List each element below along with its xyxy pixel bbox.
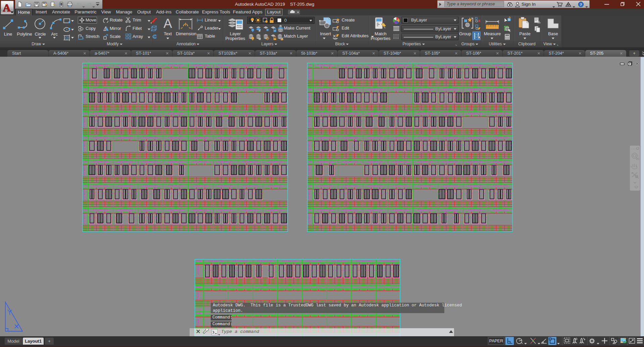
- svg-text:C.208 (300 x 700): C.208 (300 x 700): [257, 260, 272, 262]
- svg-text:C.253 (300 x 700): C.253 (300 x 700): [343, 209, 358, 211]
- svg-text:FOTOGRAFIA: FOTOGRAFIA: [84, 117, 85, 127]
- svg-text:FOTOGRAFIA: FOTOGRAFIA: [84, 213, 85, 223]
- svg-text:C.205 (300 x 700): C.205 (300 x 700): [193, 64, 208, 66]
- svg-text:FOTOGRAFIA: FOTOGRAFIA: [308, 141, 310, 151]
- svg-text:TYPE: TYPE: [83, 185, 88, 187]
- svg-text:C.226 (300 x 700): C.226 (300 x 700): [118, 136, 133, 138]
- svg-text:C.247 (300 x 700): C.247 (300 x 700): [393, 185, 408, 187]
- svg-text:C.248 (300 x 700): C.248 (300 x 700): [418, 185, 433, 187]
- svg-text:C.256 (300 x 700): C.256 (300 x 700): [268, 209, 283, 211]
- svg-text:C.219 (300 x 700): C.219 (300 x 700): [493, 88, 508, 90]
- svg-text:C.232 (300 x 700): C.232 (300 x 700): [268, 136, 283, 138]
- svg-text:C.202 (300 x 700): C.202 (300 x 700): [118, 64, 133, 66]
- svg-text:C.220 (300 x 700): C.220 (300 x 700): [168, 112, 183, 114]
- svg-text:FOTOGRAFIA: FOTOGRAFIA: [84, 68, 85, 78]
- svg-text:C.239 (300 x 700): C.239 (300 x 700): [243, 160, 258, 162]
- svg-text:C.250 (300 x 700): C.250 (300 x 700): [468, 185, 483, 187]
- svg-text:?: ?: [580, 2, 582, 7]
- svg-text:C.255 (300 x 700): C.255 (300 x 700): [243, 209, 258, 211]
- svg-text:TYPE: TYPE: [83, 160, 88, 162]
- svg-text:C.213 (300 x 700): C.213 (300 x 700): [343, 88, 358, 90]
- svg-text:C.210 (300 x 700): C.210 (300 x 700): [118, 88, 133, 90]
- svg-text:C.258 (300 x 700): C.258 (300 x 700): [468, 209, 483, 211]
- svg-text:C.227 (300 x 700): C.227 (300 x 700): [143, 136, 158, 138]
- svg-text:C.218 (300 x 700): C.218 (300 x 700): [118, 112, 133, 114]
- svg-text:C.209 (300 x 700): C.209 (300 x 700): [93, 88, 108, 90]
- svg-text:C.248 (300 x 700): C.248 (300 x 700): [268, 185, 283, 187]
- svg-text:C.204 (300 x 700): C.204 (300 x 700): [318, 64, 333, 66]
- svg-text:C.214 (300 x 700): C.214 (300 x 700): [368, 88, 383, 90]
- svg-text:C.217 (300 x 700): C.217 (300 x 700): [443, 88, 458, 90]
- svg-text:FOTOGRAFIA: FOTOGRAFIA: [198, 265, 199, 275]
- svg-text:C.211 (300 x 700): C.211 (300 x 700): [332, 260, 346, 262]
- svg-text:C.212 (300 x 700): C.212 (300 x 700): [318, 88, 333, 90]
- svg-text:C.240 (300 x 700): C.240 (300 x 700): [418, 160, 433, 162]
- svg-text:C.233 (300 x 700): C.233 (300 x 700): [443, 136, 458, 138]
- svg-text:C.259 (300 x 700): C.259 (300 x 700): [493, 209, 508, 211]
- svg-text:C.210 (300 x 700): C.210 (300 x 700): [307, 260, 321, 262]
- svg-text:C.230 (300 x 700): C.230 (300 x 700): [368, 136, 383, 138]
- svg-text:C.236 (300 x 700): C.236 (300 x 700): [168, 160, 183, 162]
- svg-text:C.205 (300 x 700): C.205 (300 x 700): [343, 64, 358, 66]
- svg-text:C.222 (300 x 700): C.222 (300 x 700): [218, 112, 233, 114]
- svg-text:C.221 (300 x 700): C.221 (300 x 700): [193, 112, 208, 114]
- svg-text:TYPE: TYPE: [83, 112, 88, 114]
- svg-text:C.207 (300 x 700): C.207 (300 x 700): [233, 260, 248, 262]
- svg-text:C.207 (300 x 700): C.207 (300 x 700): [243, 64, 258, 66]
- svg-text:C.241 (300 x 700): C.241 (300 x 700): [93, 185, 108, 187]
- svg-text:FOTOGRAFIA: FOTOGRAFIA: [84, 93, 85, 102]
- svg-text:C.255 (300 x 700): C.255 (300 x 700): [393, 209, 408, 211]
- svg-text:FOTOGRAFIA: FOTOGRAFIA: [198, 317, 199, 327]
- svg-text:C.250 (300 x 700): C.250 (300 x 700): [118, 209, 133, 211]
- svg-text:C.251 (300 x 700): C.251 (300 x 700): [143, 209, 158, 211]
- svg-text:C.231 (300 x 700): C.231 (300 x 700): [243, 136, 258, 138]
- svg-text:C.226 (300 x 700): C.226 (300 x 700): [468, 112, 483, 114]
- svg-text:C.246 (300 x 700): C.246 (300 x 700): [368, 185, 383, 187]
- svg-text:C.220 (300 x 700): C.220 (300 x 700): [318, 112, 333, 114]
- svg-text:C.234 (300 x 700): C.234 (300 x 700): [118, 160, 133, 162]
- svg-text:C.243 (300 x 700): C.243 (300 x 700): [143, 185, 158, 187]
- svg-text:C.233 (300 x 700): C.233 (300 x 700): [93, 160, 108, 162]
- svg-text:C.206 (300 x 700): C.206 (300 x 700): [208, 260, 223, 262]
- svg-text:C.238 (300 x 700): C.238 (300 x 700): [368, 160, 383, 162]
- svg-text:FOTOGRAFIA: FOTOGRAFIA: [84, 165, 85, 175]
- svg-text:C.238 (300 x 700): C.238 (300 x 700): [218, 160, 233, 162]
- svg-text:FOTOGRAFIA: FOTOGRAFIA: [308, 68, 310, 78]
- svg-text:TYPE: TYPE: [83, 136, 88, 138]
- svg-text:C.252 (300 x 700): C.252 (300 x 700): [318, 209, 333, 211]
- svg-text:C.214 (300 x 700): C.214 (300 x 700): [218, 88, 233, 90]
- svg-text:C.252 (300 x 700): C.252 (300 x 700): [168, 209, 183, 211]
- svg-text:C.208 (300 x 700): C.208 (300 x 700): [268, 64, 283, 66]
- svg-text:C.211 (300 x 700): C.211 (300 x 700): [143, 88, 158, 90]
- svg-text:TYPE: TYPE: [307, 112, 312, 114]
- svg-text:2D: 2D: [636, 157, 639, 160]
- svg-text:C.206 (300 x 700): C.206 (300 x 700): [218, 64, 233, 66]
- svg-text:TYPE: TYPE: [83, 209, 88, 211]
- svg-text:C.201 (300 x 700): C.201 (300 x 700): [93, 64, 108, 66]
- svg-text:C.249 (300 x 700): C.249 (300 x 700): [443, 185, 458, 187]
- svg-text:C.223 (300 x 700): C.223 (300 x 700): [243, 112, 258, 114]
- svg-text:C.242 (300 x 700): C.242 (300 x 700): [468, 160, 483, 162]
- svg-text:C.210 (300 x 700): C.210 (300 x 700): [468, 64, 483, 66]
- svg-text:A: A: [163, 17, 172, 30]
- svg-text:C.208 (300 x 700): C.208 (300 x 700): [418, 64, 433, 66]
- svg-text:C.240 (300 x 700): C.240 (300 x 700): [268, 160, 283, 162]
- svg-text:C.229 (300 x 700): C.229 (300 x 700): [193, 136, 208, 138]
- svg-text:C.245 (300 x 700): C.245 (300 x 700): [343, 185, 358, 187]
- svg-text:C.244 (300 x 700): C.244 (300 x 700): [168, 185, 183, 187]
- svg-text:C.254 (300 x 700): C.254 (300 x 700): [368, 209, 383, 211]
- svg-text:C.222 (300 x 700): C.222 (300 x 700): [368, 112, 383, 114]
- svg-text:C.212 (300 x 700): C.212 (300 x 700): [356, 260, 371, 262]
- svg-text:C.224 (300 x 700): C.224 (300 x 700): [418, 112, 433, 114]
- svg-text:TYPE: TYPE: [307, 160, 312, 162]
- svg-text:TYPE: TYPE: [307, 64, 312, 66]
- svg-text:TYPE: TYPE: [307, 88, 312, 90]
- svg-text:C.242 (300 x 700): C.242 (300 x 700): [118, 185, 133, 187]
- svg-text:C.212 (300 x 700): C.212 (300 x 700): [168, 88, 183, 90]
- svg-text:C.230 (300 x 700): C.230 (300 x 700): [218, 136, 233, 138]
- svg-text:C.234 (300 x 700): C.234 (300 x 700): [468, 136, 483, 138]
- svg-text:FOTOGRAFIA: FOTOGRAFIA: [84, 141, 85, 151]
- svg-text:TYPE: TYPE: [307, 209, 312, 211]
- svg-text:C.203 (300 x 700): C.203 (300 x 700): [143, 64, 158, 66]
- svg-text:C.215 (300 x 700): C.215 (300 x 700): [243, 88, 258, 90]
